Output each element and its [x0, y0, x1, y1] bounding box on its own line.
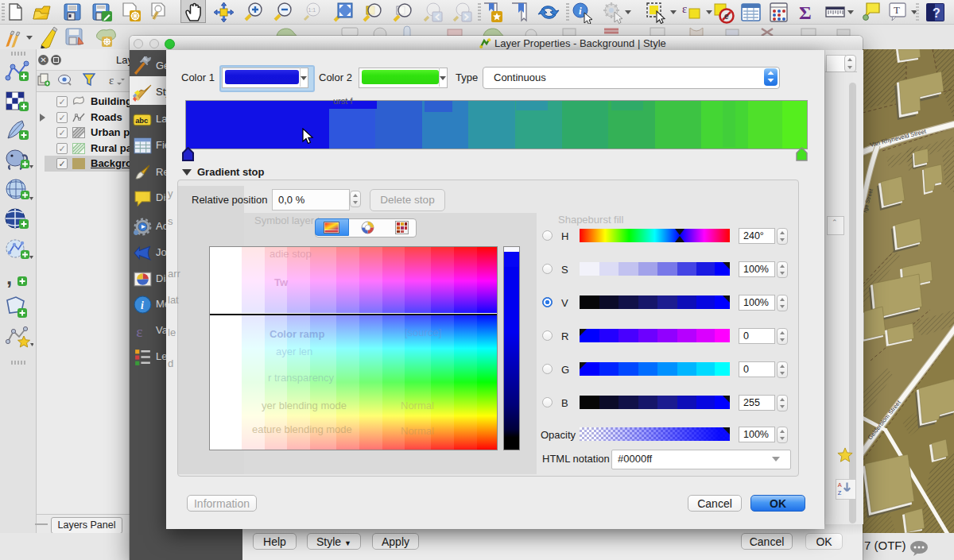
svg-text:?: ?	[933, 6, 940, 20]
svg-text:A: A	[838, 481, 842, 489]
svg-text:1:1: 1:1	[308, 7, 316, 13]
svg-text:i: i	[579, 5, 582, 17]
svg-text:ε: ε	[136, 322, 142, 340]
svg-text:Σ: Σ	[799, 2, 812, 23]
svg-text:Z: Z	[838, 489, 842, 496]
svg-text:T: T	[894, 4, 900, 16]
svg-text:i: i	[141, 299, 144, 311]
svg-text:e: e	[724, 12, 729, 21]
svg-text:abc: abc	[135, 117, 148, 125]
svg-text:ε: ε	[682, 2, 687, 15]
svg-text:,: ,	[6, 267, 12, 289]
svg-text:ε: ε	[109, 74, 114, 87]
